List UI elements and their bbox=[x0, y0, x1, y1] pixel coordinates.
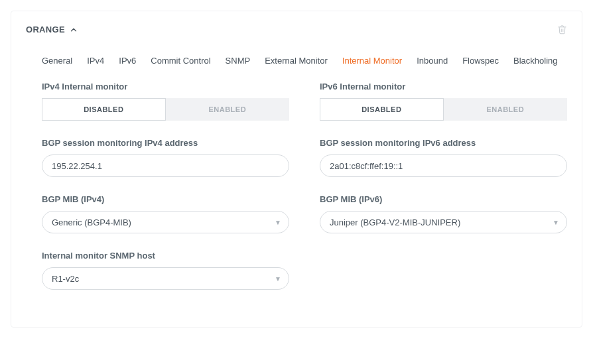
snmp-host-value: R1-v2c bbox=[52, 274, 79, 284]
tab-ipv6[interactable]: IPv6 bbox=[119, 53, 136, 68]
mib-ipv6-label: BGP MIB (IPv6) bbox=[320, 194, 567, 204]
tab-snmp[interactable]: SNMP bbox=[226, 53, 251, 68]
tab-flowspec[interactable]: Flowspec bbox=[462, 53, 499, 68]
snmp-host-label: Internal monitor SNMP host bbox=[42, 251, 289, 261]
delete-icon[interactable] bbox=[557, 25, 567, 34]
panel-header: ORANGE bbox=[26, 25, 567, 34]
tab-external-monitor[interactable]: External Monitor bbox=[265, 53, 328, 68]
chevron-up-icon bbox=[69, 25, 78, 34]
tab-bar: GeneralIPv4IPv6Commit ControlSNMPExterna… bbox=[42, 53, 567, 68]
tab-general[interactable]: General bbox=[42, 53, 72, 68]
bgp-ipv6-input[interactable] bbox=[320, 154, 567, 177]
mib-ipv4-select[interactable]: Generic (BGP4-MIB) ▼ bbox=[42, 211, 289, 233]
panel-content: IPv4 Internal monitor DISABLED ENABLED I… bbox=[26, 82, 567, 290]
tab-ipv4[interactable]: IPv4 bbox=[87, 53, 104, 68]
panel-toggle[interactable]: ORANGE bbox=[26, 25, 78, 34]
bgp-ipv4-input[interactable] bbox=[42, 154, 289, 177]
tab-internal-monitor[interactable]: Internal Monitor bbox=[342, 53, 402, 68]
mib-ipv4-value: Generic (BGP4-MIB) bbox=[52, 217, 131, 227]
ipv6-monitor-disabled-button[interactable]: DISABLED bbox=[320, 98, 444, 121]
panel-title: ORANGE bbox=[26, 25, 65, 34]
mib-ipv4-label: BGP MIB (IPv4) bbox=[42, 194, 289, 204]
ipv6-monitor-label: IPv6 Internal monitor bbox=[320, 82, 567, 91]
tab-inbound[interactable]: Inbound bbox=[417, 53, 448, 68]
tab-blackholing[interactable]: Blackholing bbox=[513, 53, 558, 68]
tab-commit-control[interactable]: Commit Control bbox=[151, 53, 210, 68]
mib-ipv6-value: Juniper (BGP4-V2-MIB-JUNIPER) bbox=[330, 217, 460, 227]
config-panel: ORANGE GeneralIPv4IPv6Commit ControlSNMP… bbox=[11, 11, 582, 328]
ipv4-monitor-label: IPv4 Internal monitor bbox=[42, 82, 289, 91]
ipv6-monitor-toggle: DISABLED ENABLED bbox=[320, 98, 567, 121]
bgp-ipv4-label: BGP session monitoring IPv4 address bbox=[42, 138, 289, 148]
ipv4-monitor-enabled-button[interactable]: ENABLED bbox=[166, 98, 290, 121]
bgp-ipv6-label: BGP session monitoring IPv6 address bbox=[320, 138, 567, 148]
ipv4-monitor-disabled-button[interactable]: DISABLED bbox=[42, 98, 166, 121]
ipv6-monitor-enabled-button[interactable]: ENABLED bbox=[444, 98, 568, 121]
mib-ipv6-select[interactable]: Juniper (BGP4-V2-MIB-JUNIPER) ▼ bbox=[320, 211, 567, 233]
ipv4-monitor-toggle: DISABLED ENABLED bbox=[42, 98, 289, 121]
snmp-host-select[interactable]: R1-v2c ▼ bbox=[42, 267, 289, 290]
